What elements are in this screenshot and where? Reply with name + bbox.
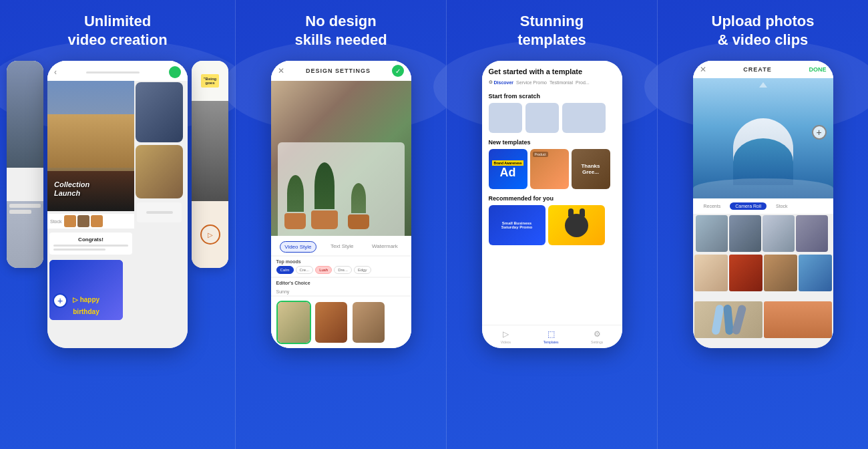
phone3-bottom-bar: ▷ Videos ⬚ Templates ⚙ Settings bbox=[482, 325, 622, 348]
phone3-tab-discover[interactable]: ⊙ Discover bbox=[489, 80, 514, 85]
phone2-close-icon[interactable]: ✕ bbox=[278, 66, 284, 76]
scratch-card-2[interactable] bbox=[525, 103, 559, 133]
phone4-done-button[interactable]: DONE bbox=[809, 66, 826, 73]
small-biz-label: Small Business Saturday Promo bbox=[501, 221, 532, 229]
phone4-tab-stock[interactable]: Stock bbox=[771, 202, 793, 210]
phone1-collection-text: Collection Launch bbox=[54, 180, 89, 198]
mood-chip-cre[interactable]: Cre... bbox=[296, 266, 314, 274]
phone3-header: Get started with a template ⊙ Discover S… bbox=[482, 61, 622, 89]
grid-cell-5[interactable] bbox=[694, 301, 763, 338]
phone2-main-image bbox=[271, 81, 411, 236]
phone2-thumb-1[interactable] bbox=[276, 301, 311, 344]
phone3-recommended-row: Small Business Saturday Promo bbox=[489, 205, 616, 245]
phone2-tab-watermark[interactable]: Watermark bbox=[368, 241, 402, 253]
panel-unlimited-video: Unlimited video creation ‹ bbox=[0, 0, 235, 449]
phone4-thumb-strip-top bbox=[693, 214, 833, 253]
grid-cell-4[interactable] bbox=[799, 255, 832, 291]
phone4-photo-grid bbox=[693, 253, 833, 348]
brand-label: Brand Awareness bbox=[492, 160, 524, 166]
phone1-bar-2 bbox=[53, 249, 105, 251]
mood-chip-edgy[interactable]: Edgy bbox=[354, 266, 371, 274]
phone3-tab-service-promo[interactable]: Service Promo bbox=[516, 80, 547, 85]
phone-3-main: Get started with a template ⊙ Discover S… bbox=[482, 61, 622, 348]
phone1-congrats-card: Congrats! bbox=[49, 233, 132, 255]
panel-no-design-skills: No design skills needed ✕ DESIGN SETTING… bbox=[235, 0, 446, 449]
phone2-tab-text-style[interactable]: Text Style bbox=[327, 241, 358, 253]
phone4-triangle-indicator bbox=[759, 82, 767, 88]
thumb-strip-4[interactable] bbox=[796, 215, 828, 252]
grid-cell-3[interactable] bbox=[764, 255, 797, 291]
mood-chip-calm[interactable]: Calm bbox=[276, 266, 294, 274]
mood-chip-lush[interactable]: Lush bbox=[315, 266, 332, 274]
phone-4-main: ✕ CREATE DONE + bbox=[693, 61, 833, 348]
phone4-topbar-title: CREATE bbox=[743, 66, 771, 73]
phone2-check-icon[interactable]: ✓ bbox=[392, 65, 404, 77]
phone1-card-bottom bbox=[137, 202, 182, 222]
phone1-add-button[interactable]: + bbox=[53, 293, 67, 308]
template-product[interactable]: Product bbox=[530, 149, 569, 189]
phone3-new-templates-section: New templates Brand Awareness Ad Product… bbox=[482, 135, 622, 191]
grid-cell-1[interactable] bbox=[694, 255, 728, 291]
phone3-scratch-title: Start from scratch bbox=[489, 93, 616, 100]
phone4-media-tabs: Recents Camera Roll Stock bbox=[693, 198, 833, 214]
phone3-tab-testimonial[interactable]: Testimonial bbox=[550, 80, 573, 85]
phone2-style-tabs: Video Style Text Style Watermark bbox=[271, 236, 411, 255]
phone1-card-top bbox=[136, 82, 183, 142]
phone3-scratch-section: Start from scratch bbox=[482, 89, 622, 135]
recommended-dog[interactable] bbox=[548, 205, 605, 245]
stock-thumb-2 bbox=[77, 215, 89, 227]
phone2-topbar-title: DESIGN SETTINGS bbox=[306, 67, 371, 74]
phone1-done-dot bbox=[169, 66, 181, 78]
thanks-label: Thanks Gree... bbox=[581, 163, 600, 175]
bottom-tab-templates[interactable]: ⬚ Templates bbox=[544, 329, 559, 344]
settings-icon: ⚙ bbox=[594, 329, 601, 339]
birthday-text: ▷ happybirthday bbox=[73, 296, 99, 315]
templates-tab-label: Templates bbox=[544, 340, 559, 344]
phone1-congrats-title: Congrats! bbox=[53, 237, 128, 243]
phone1-chevron: ‹ bbox=[54, 67, 57, 77]
ad-label: Ad bbox=[500, 166, 516, 178]
phone2-thumb-3[interactable] bbox=[351, 301, 386, 344]
template-product-label: Product bbox=[533, 152, 548, 157]
phone4-tab-camera-roll[interactable]: Camera Roll bbox=[730, 202, 767, 210]
recommended-small-biz[interactable]: Small Business Saturday Promo bbox=[489, 205, 546, 245]
phone1-topbar: ‹ bbox=[47, 61, 188, 81]
phone4-tab-recents[interactable]: Recents bbox=[698, 202, 726, 210]
phone3-tabs: ⊙ Discover Service Promo Testimonial Pro… bbox=[489, 80, 616, 85]
template-brand-awareness[interactable]: Brand Awareness Ad bbox=[489, 149, 527, 189]
template-thanks[interactable]: Thanks Gree... bbox=[572, 149, 610, 189]
thumb-strip-2[interactable] bbox=[729, 215, 761, 252]
stock-thumb-1 bbox=[64, 215, 76, 227]
mood-chip-dre[interactable]: Dre... bbox=[334, 266, 352, 274]
phone2-tab-video-style[interactable]: Video Style bbox=[280, 241, 316, 253]
panel-4-title: Upload photos & video clips bbox=[712, 12, 815, 49]
videos-icon: ▷ bbox=[503, 329, 509, 339]
templates-icon: ⬚ bbox=[548, 329, 555, 339]
bottom-tab-videos[interactable]: ▷ Videos bbox=[501, 329, 511, 344]
phone1-card-mid bbox=[136, 145, 183, 198]
phone3-tab-discover-label: Discover bbox=[494, 80, 514, 85]
thumb-strip-3[interactable] bbox=[763, 215, 795, 252]
phone2-mood-chips: Calm Cre... Lush Dre... Edgy bbox=[276, 266, 406, 274]
phone2-moods-title: Top moods bbox=[276, 259, 406, 264]
phone3-tab-prod[interactable]: Prod... bbox=[576, 80, 590, 85]
grid-cell-6[interactable] bbox=[764, 301, 832, 338]
panel-3-title: Stunning templates bbox=[517, 12, 586, 49]
phone3-recommended-section: Recommended for you Small Business Satur… bbox=[482, 191, 622, 247]
thumb-strip-1[interactable] bbox=[696, 215, 728, 252]
phone2-thumb-row bbox=[271, 297, 411, 348]
scratch-card-3[interactable] bbox=[562, 103, 606, 133]
phone-side-play: ▷ bbox=[200, 224, 220, 245]
panel-2-title: No design skills needed bbox=[294, 12, 387, 49]
grid-cell-2[interactable] bbox=[729, 255, 763, 291]
phone3-templates-row: Brand Awareness Ad Product Thanks Gree..… bbox=[489, 149, 616, 189]
phone-side-right: "Being goes ▷ bbox=[192, 61, 228, 268]
scratch-card-1[interactable] bbox=[489, 103, 522, 133]
phone1-hero-image: Collection Launch bbox=[47, 81, 134, 211]
phone2-thumb-2[interactable] bbox=[314, 301, 349, 344]
phone-1-main: ‹ Collection Launch Stock bbox=[47, 61, 188, 348]
phone4-close-icon[interactable]: ✕ bbox=[700, 65, 706, 74]
panel-upload-photos: Upload photos & video clips ✕ CREATE DON… bbox=[657, 0, 868, 449]
bottom-tab-settings[interactable]: ⚙ Settings bbox=[591, 329, 603, 344]
phone4-add-button[interactable]: + bbox=[812, 125, 827, 140]
